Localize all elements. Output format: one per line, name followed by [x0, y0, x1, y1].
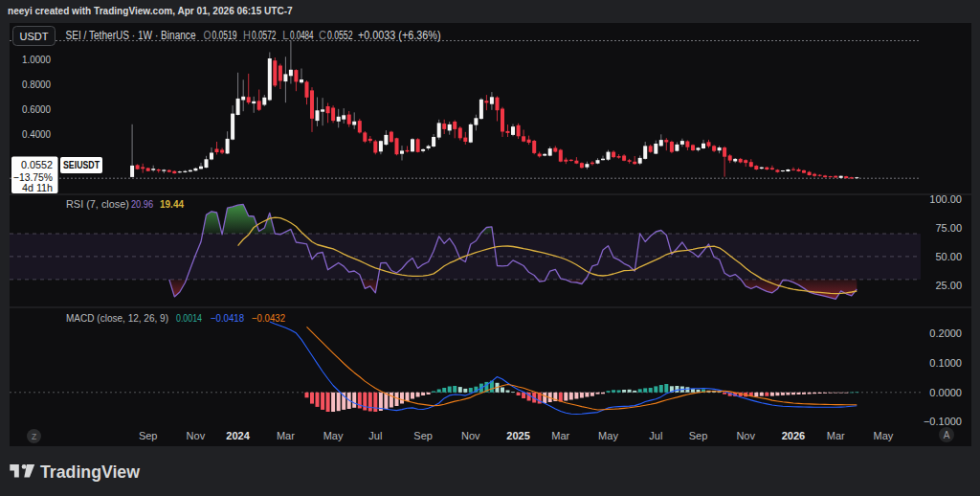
svg-text:May: May	[874, 430, 894, 441]
svg-text:Mar: Mar	[277, 430, 295, 441]
svg-text:0.4000: 0.4000	[22, 128, 51, 140]
svg-text:0.0519: 0.0519	[212, 29, 237, 42]
svg-text:−0.0432: −0.0432	[252, 312, 285, 324]
svg-text:Jul: Jul	[649, 430, 662, 441]
svg-text:0.2000: 0.2000	[929, 327, 962, 339]
svg-text:USDT: USDT	[20, 31, 49, 42]
svg-text:Nov: Nov	[461, 430, 480, 441]
svg-text:25.00: 25.00	[935, 280, 962, 291]
svg-text:RSI (7, close): RSI (7, close)	[66, 198, 129, 210]
svg-text:A: A	[944, 430, 950, 440]
svg-text:Mar: Mar	[827, 430, 845, 441]
svg-text:O: O	[204, 29, 212, 42]
svg-text:−0.1000: −0.1000	[924, 416, 962, 427]
svg-text:Jul: Jul	[368, 430, 382, 441]
svg-text:Sep: Sep	[689, 430, 708, 441]
svg-text:May: May	[598, 430, 618, 441]
svg-text:Sep: Sep	[139, 430, 158, 441]
svg-text:Sep: Sep	[413, 430, 433, 441]
svg-text:−0.0418: −0.0418	[211, 312, 244, 324]
svg-text:TradingView: TradingView	[40, 462, 141, 482]
svg-text:0.6000: 0.6000	[22, 103, 51, 115]
svg-text:−13.75%: −13.75%	[13, 171, 53, 183]
svg-text:Nov: Nov	[187, 430, 206, 441]
svg-text:0.0572: 0.0572	[252, 29, 277, 42]
svg-text:0.0000: 0.0000	[929, 387, 962, 398]
svg-text:50.00: 50.00	[935, 251, 962, 262]
svg-text:H: H	[243, 29, 251, 42]
svg-text:75.00: 75.00	[935, 222, 962, 234]
svg-text:19.44: 19.44	[160, 198, 185, 210]
svg-text:1.0000: 1.0000	[22, 54, 51, 65]
svg-text:Z: Z	[32, 432, 36, 441]
svg-text:100.00: 100.00	[929, 193, 962, 205]
svg-text:20.96: 20.96	[131, 198, 153, 210]
svg-text:Mar: Mar	[551, 430, 569, 441]
svg-text:0.0552: 0.0552	[21, 159, 53, 170]
svg-text:0.0552: 0.0552	[327, 29, 353, 42]
svg-text:Nov: Nov	[736, 430, 755, 441]
svg-text:0.0014: 0.0014	[176, 312, 202, 324]
svg-text:C: C	[319, 29, 326, 42]
svg-text:+0.0033 (+6.36%): +0.0033 (+6.36%)	[358, 29, 441, 42]
svg-text:L: L	[282, 29, 289, 42]
svg-text:2024: 2024	[226, 430, 250, 441]
svg-text:MACD (close, 12, 26, 9): MACD (close, 12, 26, 9)	[66, 312, 168, 324]
svg-text:2025: 2025	[506, 430, 529, 441]
svg-text:0.0484: 0.0484	[290, 29, 314, 42]
svg-text:0.8000: 0.8000	[22, 79, 51, 90]
svg-text:May: May	[323, 430, 344, 441]
svg-text:SEIUSDT: SEIUSDT	[63, 159, 100, 170]
svg-text:0.1000: 0.1000	[929, 357, 962, 369]
svg-text:SEI / TetherUS · 1W · Binance: SEI / TetherUS · 1W · Binance	[66, 29, 196, 42]
svg-text:2026: 2026	[782, 430, 805, 441]
svg-text:4d 11h: 4d 11h	[22, 182, 53, 193]
